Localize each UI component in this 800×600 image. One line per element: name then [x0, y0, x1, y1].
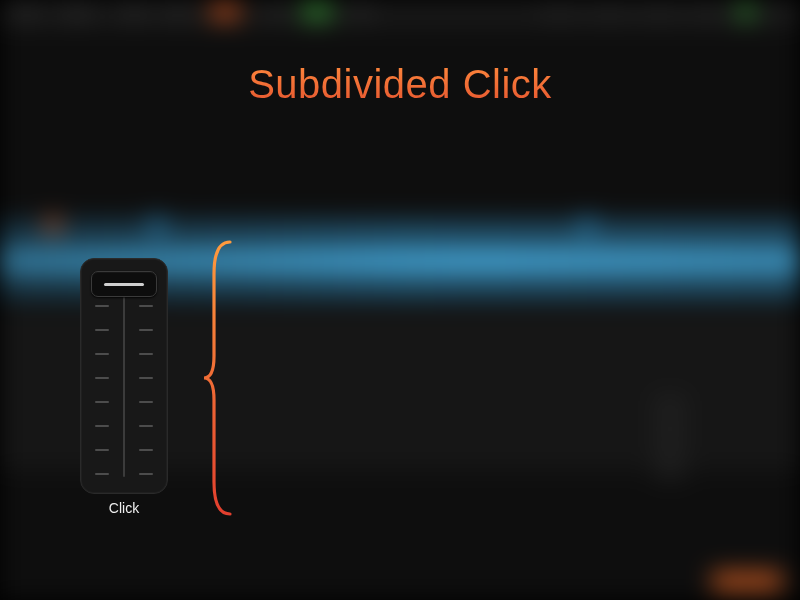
slider-knob[interactable] — [91, 271, 157, 297]
curly-brace-icon — [200, 238, 240, 518]
bg-marker — [150, 218, 164, 232]
click-volume-slider[interactable] — [80, 258, 168, 494]
slider-tick — [139, 425, 153, 427]
bg-marker — [580, 218, 594, 232]
slider-tick — [95, 353, 109, 355]
slider-tick — [95, 401, 109, 403]
slider-tick — [139, 377, 153, 379]
slider-tick — [139, 449, 153, 451]
bg-marker — [46, 218, 60, 232]
slider-tick — [139, 353, 153, 355]
slider-label: Click — [80, 500, 168, 516]
slider-tick — [139, 305, 153, 307]
slider-tick — [139, 473, 153, 475]
slider-tick — [95, 305, 109, 307]
slider-tick — [95, 377, 109, 379]
slider-tick — [95, 449, 109, 451]
bg-ruler — [655, 400, 685, 510]
slider-track[interactable] — [89, 271, 159, 481]
slider-tick — [139, 329, 153, 331]
bg-corner-badge — [712, 572, 782, 590]
slider-tick — [95, 329, 109, 331]
slider-tick — [95, 473, 109, 475]
bg-toolbar — [0, 0, 800, 26]
slider-tick — [139, 401, 153, 403]
slider-groove — [123, 285, 125, 477]
overlay-title: Subdivided Click — [0, 62, 800, 107]
slider-tick — [95, 425, 109, 427]
